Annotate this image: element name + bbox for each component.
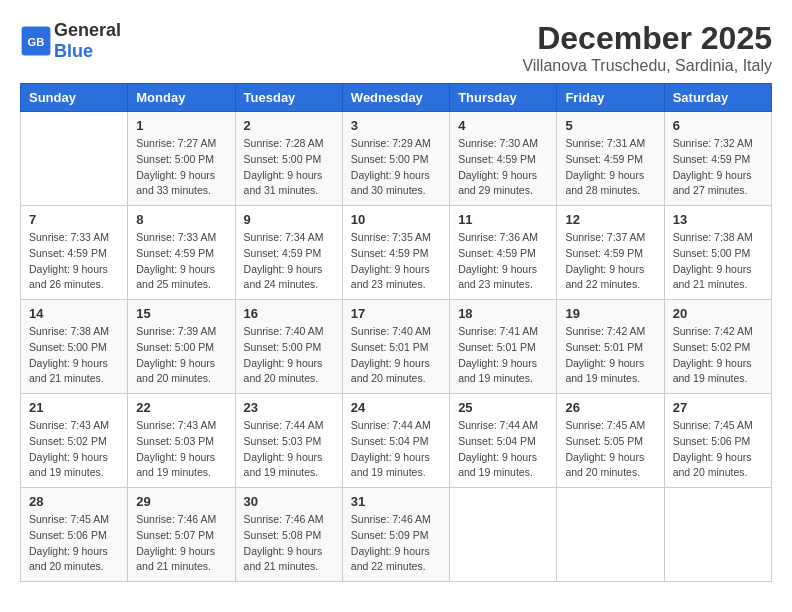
calendar-cell: 29Sunrise: 7:46 AMSunset: 5:07 PMDayligh… <box>128 488 235 582</box>
calendar-cell: 2Sunrise: 7:28 AMSunset: 5:00 PMDaylight… <box>235 112 342 206</box>
day-number: 11 <box>458 212 548 227</box>
month-title: December 2025 <box>522 20 772 57</box>
day-number: 16 <box>244 306 334 321</box>
day-info: Sunrise: 7:46 AMSunset: 5:07 PMDaylight:… <box>136 512 226 575</box>
title-block: December 2025 Villanova Truschedu, Sardi… <box>522 20 772 75</box>
day-info: Sunrise: 7:40 AMSunset: 5:00 PMDaylight:… <box>244 324 334 387</box>
calendar-cell: 17Sunrise: 7:40 AMSunset: 5:01 PMDayligh… <box>342 300 449 394</box>
calendar-cell: 18Sunrise: 7:41 AMSunset: 5:01 PMDayligh… <box>450 300 557 394</box>
day-number: 23 <box>244 400 334 415</box>
logo-icon: GB <box>20 25 52 57</box>
day-number: 19 <box>565 306 655 321</box>
calendar-cell <box>21 112 128 206</box>
calendar-cell: 3Sunrise: 7:29 AMSunset: 5:00 PMDaylight… <box>342 112 449 206</box>
day-number: 15 <box>136 306 226 321</box>
day-number: 26 <box>565 400 655 415</box>
day-number: 10 <box>351 212 441 227</box>
day-info: Sunrise: 7:43 AMSunset: 5:02 PMDaylight:… <box>29 418 119 481</box>
day-info: Sunrise: 7:33 AMSunset: 4:59 PMDaylight:… <box>136 230 226 293</box>
calendar-cell: 15Sunrise: 7:39 AMSunset: 5:00 PMDayligh… <box>128 300 235 394</box>
calendar-header: Sunday Monday Tuesday Wednesday Thursday… <box>21 84 772 112</box>
calendar-cell: 28Sunrise: 7:45 AMSunset: 5:06 PMDayligh… <box>21 488 128 582</box>
logo: GB General Blue <box>20 20 121 62</box>
day-number: 12 <box>565 212 655 227</box>
day-number: 5 <box>565 118 655 133</box>
day-number: 31 <box>351 494 441 509</box>
day-number: 8 <box>136 212 226 227</box>
day-info: Sunrise: 7:42 AMSunset: 5:01 PMDaylight:… <box>565 324 655 387</box>
day-number: 3 <box>351 118 441 133</box>
day-number: 25 <box>458 400 548 415</box>
header-row: Sunday Monday Tuesday Wednesday Thursday… <box>21 84 772 112</box>
calendar-week-2: 7Sunrise: 7:33 AMSunset: 4:59 PMDaylight… <box>21 206 772 300</box>
col-tuesday: Tuesday <box>235 84 342 112</box>
day-number: 24 <box>351 400 441 415</box>
calendar-cell: 10Sunrise: 7:35 AMSunset: 4:59 PMDayligh… <box>342 206 449 300</box>
col-thursday: Thursday <box>450 84 557 112</box>
day-info: Sunrise: 7:45 AMSunset: 5:06 PMDaylight:… <box>29 512 119 575</box>
logo-blue-text: Blue <box>54 41 93 61</box>
calendar-cell: 22Sunrise: 7:43 AMSunset: 5:03 PMDayligh… <box>128 394 235 488</box>
day-number: 13 <box>673 212 763 227</box>
col-saturday: Saturday <box>664 84 771 112</box>
calendar-cell: 14Sunrise: 7:38 AMSunset: 5:00 PMDayligh… <box>21 300 128 394</box>
day-info: Sunrise: 7:44 AMSunset: 5:04 PMDaylight:… <box>351 418 441 481</box>
day-info: Sunrise: 7:41 AMSunset: 5:01 PMDaylight:… <box>458 324 548 387</box>
day-info: Sunrise: 7:45 AMSunset: 5:05 PMDaylight:… <box>565 418 655 481</box>
calendar-cell: 5Sunrise: 7:31 AMSunset: 4:59 PMDaylight… <box>557 112 664 206</box>
day-info: Sunrise: 7:44 AMSunset: 5:04 PMDaylight:… <box>458 418 548 481</box>
col-monday: Monday <box>128 84 235 112</box>
day-number: 7 <box>29 212 119 227</box>
col-friday: Friday <box>557 84 664 112</box>
calendar-cell: 1Sunrise: 7:27 AMSunset: 5:00 PMDaylight… <box>128 112 235 206</box>
calendar-cell: 23Sunrise: 7:44 AMSunset: 5:03 PMDayligh… <box>235 394 342 488</box>
calendar-week-3: 14Sunrise: 7:38 AMSunset: 5:00 PMDayligh… <box>21 300 772 394</box>
calendar-cell: 13Sunrise: 7:38 AMSunset: 5:00 PMDayligh… <box>664 206 771 300</box>
day-number: 2 <box>244 118 334 133</box>
day-number: 18 <box>458 306 548 321</box>
calendar-cell: 12Sunrise: 7:37 AMSunset: 4:59 PMDayligh… <box>557 206 664 300</box>
calendar-table: Sunday Monday Tuesday Wednesday Thursday… <box>20 83 772 582</box>
day-info: Sunrise: 7:45 AMSunset: 5:06 PMDaylight:… <box>673 418 763 481</box>
day-info: Sunrise: 7:46 AMSunset: 5:09 PMDaylight:… <box>351 512 441 575</box>
calendar-cell: 19Sunrise: 7:42 AMSunset: 5:01 PMDayligh… <box>557 300 664 394</box>
day-number: 28 <box>29 494 119 509</box>
day-info: Sunrise: 7:44 AMSunset: 5:03 PMDaylight:… <box>244 418 334 481</box>
day-number: 4 <box>458 118 548 133</box>
col-sunday: Sunday <box>21 84 128 112</box>
calendar-cell: 26Sunrise: 7:45 AMSunset: 5:05 PMDayligh… <box>557 394 664 488</box>
calendar-week-5: 28Sunrise: 7:45 AMSunset: 5:06 PMDayligh… <box>21 488 772 582</box>
calendar-cell: 24Sunrise: 7:44 AMSunset: 5:04 PMDayligh… <box>342 394 449 488</box>
calendar-body: 1Sunrise: 7:27 AMSunset: 5:00 PMDaylight… <box>21 112 772 582</box>
day-info: Sunrise: 7:35 AMSunset: 4:59 PMDaylight:… <box>351 230 441 293</box>
calendar-cell <box>450 488 557 582</box>
calendar-cell: 30Sunrise: 7:46 AMSunset: 5:08 PMDayligh… <box>235 488 342 582</box>
day-info: Sunrise: 7:40 AMSunset: 5:01 PMDaylight:… <box>351 324 441 387</box>
calendar-cell: 21Sunrise: 7:43 AMSunset: 5:02 PMDayligh… <box>21 394 128 488</box>
day-number: 14 <box>29 306 119 321</box>
day-number: 9 <box>244 212 334 227</box>
calendar-cell <box>664 488 771 582</box>
day-info: Sunrise: 7:43 AMSunset: 5:03 PMDaylight:… <box>136 418 226 481</box>
day-info: Sunrise: 7:37 AMSunset: 4:59 PMDaylight:… <box>565 230 655 293</box>
day-info: Sunrise: 7:29 AMSunset: 5:00 PMDaylight:… <box>351 136 441 199</box>
svg-text:GB: GB <box>28 36 45 48</box>
calendar-cell: 31Sunrise: 7:46 AMSunset: 5:09 PMDayligh… <box>342 488 449 582</box>
day-info: Sunrise: 7:33 AMSunset: 4:59 PMDaylight:… <box>29 230 119 293</box>
day-info: Sunrise: 7:28 AMSunset: 5:00 PMDaylight:… <box>244 136 334 199</box>
day-number: 6 <box>673 118 763 133</box>
calendar-cell: 8Sunrise: 7:33 AMSunset: 4:59 PMDaylight… <box>128 206 235 300</box>
day-info: Sunrise: 7:27 AMSunset: 5:00 PMDaylight:… <box>136 136 226 199</box>
calendar-cell <box>557 488 664 582</box>
calendar-week-4: 21Sunrise: 7:43 AMSunset: 5:02 PMDayligh… <box>21 394 772 488</box>
location-title: Villanova Truschedu, Sardinia, Italy <box>522 57 772 75</box>
day-number: 29 <box>136 494 226 509</box>
day-info: Sunrise: 7:30 AMSunset: 4:59 PMDaylight:… <box>458 136 548 199</box>
day-info: Sunrise: 7:38 AMSunset: 5:00 PMDaylight:… <box>673 230 763 293</box>
day-info: Sunrise: 7:36 AMSunset: 4:59 PMDaylight:… <box>458 230 548 293</box>
calendar-cell: 4Sunrise: 7:30 AMSunset: 4:59 PMDaylight… <box>450 112 557 206</box>
calendar-cell: 16Sunrise: 7:40 AMSunset: 5:00 PMDayligh… <box>235 300 342 394</box>
day-number: 20 <box>673 306 763 321</box>
day-info: Sunrise: 7:31 AMSunset: 4:59 PMDaylight:… <box>565 136 655 199</box>
day-number: 22 <box>136 400 226 415</box>
